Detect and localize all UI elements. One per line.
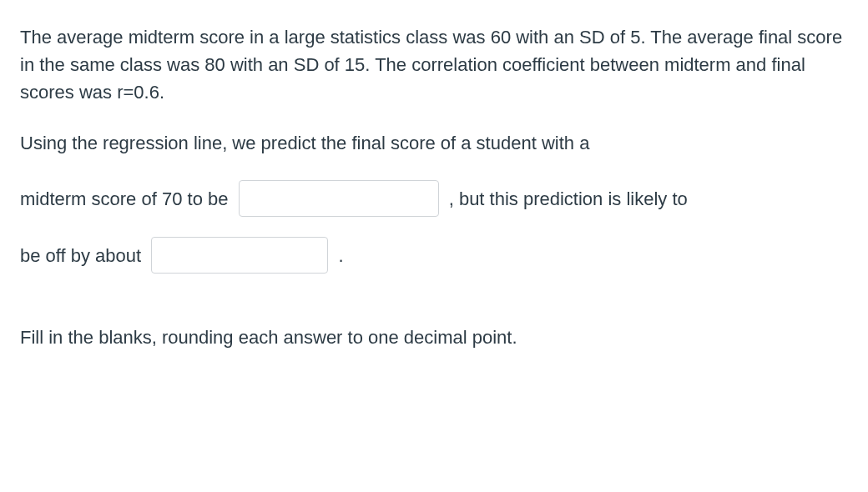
fill-line-1: midterm score of 70 to be , but this pre… bbox=[20, 180, 848, 217]
text-segment-period: . bbox=[333, 242, 343, 269]
instruction-text: Fill in the blanks, rounding each answer… bbox=[20, 324, 848, 351]
prediction-input[interactable] bbox=[239, 180, 439, 217]
question-intro: Using the regression line, we predict th… bbox=[20, 129, 848, 157]
error-input[interactable] bbox=[151, 237, 328, 274]
fill-line-2: be off by about . bbox=[20, 237, 848, 274]
text-segment-but: , but this prediction is likely to bbox=[444, 185, 688, 213]
problem-statement: The average midterm score in a large sta… bbox=[20, 23, 848, 106]
text-segment-midterm: midterm score of 70 to be bbox=[20, 185, 234, 213]
text-segment-beoff: be off by about bbox=[20, 242, 146, 269]
